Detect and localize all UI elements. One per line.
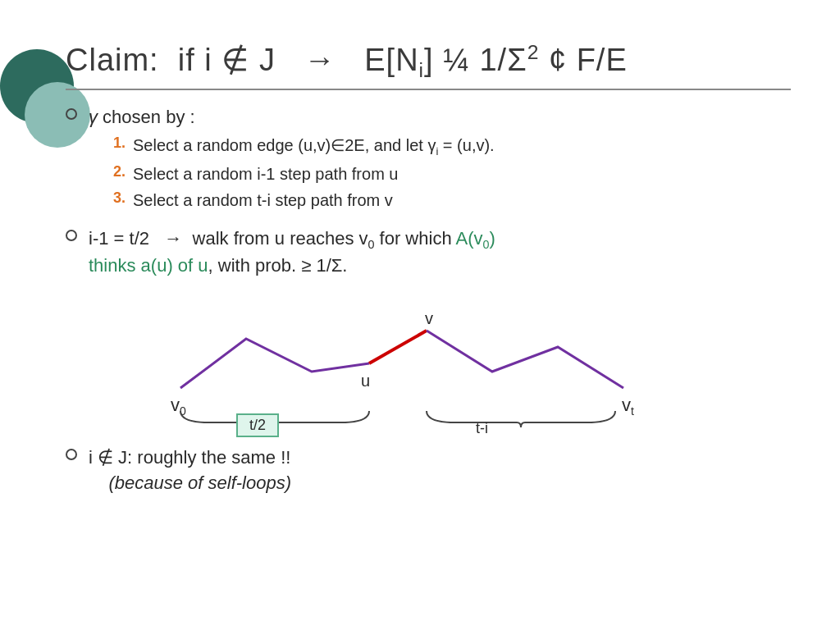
svg-text:v: v (425, 309, 433, 327)
ti-label: t-i (476, 420, 488, 437)
diagram-svg: v0 u v vt (115, 290, 689, 437)
gamma-label: γ chosen by : (89, 107, 195, 127)
not-in-j-text: i ∉ J: roughly the same !! (89, 447, 290, 468)
prob-text: , with prob. ≥ 1/Σ. (208, 255, 348, 276)
bullet-item-1: γ chosen by : 1. Select a random edge (u… (66, 105, 791, 215)
bullet-item-2: i-1 = t/2 → walk from u reaches v0 for w… (66, 226, 791, 278)
bullet-circle-2 (66, 230, 77, 241)
bullet-circle-1 (66, 108, 77, 120)
sub-num-1: 1. (113, 135, 133, 152)
t2-label: t/2 (236, 413, 279, 437)
walk-text: i-1 = t/2 → walk from u reaches v0 for w… (89, 228, 495, 249)
bullet-text-3: i ∉ J: roughly the same !! (because of s… (89, 445, 291, 496)
title-divider (66, 89, 791, 90)
sub-list-1: 1. Select a random edge (u,v)∈2E, and le… (113, 134, 495, 212)
path-diagram: v0 u v vt t/2 t-i (115, 290, 689, 437)
slide-content: Claim: if i ∉ J → E[Ni] ¼ 1/Σ2 ¢ F/E γ c… (0, 0, 840, 630)
bullet-text-1: γ chosen by : 1. Select a random edge (u… (89, 105, 495, 215)
svg-text:u: u (361, 372, 370, 390)
svg-line-0 (369, 331, 427, 363)
sub-item-2: 2. Select a random i-1 step path from u (113, 162, 495, 185)
svg-text:v0: v0 (171, 395, 186, 418)
sub-num-3: 3. (113, 189, 133, 207)
bullet-item-3: i ∉ J: roughly the same !! (because of s… (66, 445, 791, 496)
sub-item-1: 1. Select a random edge (u,v)∈2E, and le… (113, 134, 495, 159)
sub-num-2: 2. (113, 163, 133, 180)
bullet-circle-3 (66, 449, 77, 460)
self-loops-text: (because of self-loops) (89, 472, 291, 493)
slide-title: Claim: if i ∉ J → E[Ni] ¼ 1/Σ2 ¢ F/E (66, 41, 791, 82)
bullet-section-2: i-1 = t/2 → walk from u reaches v0 for w… (66, 226, 791, 278)
sub-text-2: Select a random i-1 step path from u (133, 162, 399, 185)
sub-item-3: 3. Select a random t-i step path from v (113, 189, 495, 212)
bullet-section-1: γ chosen by : 1. Select a random edge (u… (66, 105, 791, 215)
sub-text-1: Select a random edge (u,v)∈2E, and let γ… (133, 134, 495, 159)
svg-text:vt: vt (622, 395, 634, 418)
bullet-text-2: i-1 = t/2 → walk from u reaches v0 for w… (89, 226, 495, 278)
sub-text-3: Select a random t-i step path from v (133, 189, 393, 212)
bullet-section-3: i ∉ J: roughly the same !! (because of s… (66, 445, 791, 496)
thinks-text: thinks a(u) of u (89, 255, 208, 276)
